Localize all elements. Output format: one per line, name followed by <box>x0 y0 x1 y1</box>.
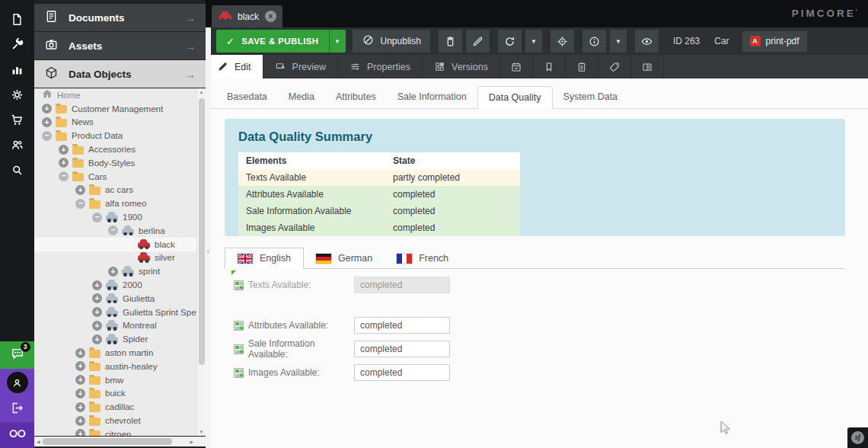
locate-in-tree-button[interactable] <box>550 30 574 53</box>
tree-item-customer-management[interactable]: Customer Management <box>34 102 206 116</box>
tree-item-home[interactable]: Home <box>34 88 206 102</box>
tree-item-accessories[interactable]: Accessories <box>34 142 206 156</box>
close-icon[interactable]: × <box>265 11 276 22</box>
collapse-icon[interactable] <box>59 171 69 181</box>
tree-item-citroen[interactable]: citroen <box>34 427 206 436</box>
schedule-button[interactable] <box>500 55 533 78</box>
collapse-icon[interactable] <box>75 199 85 209</box>
file-icon[interactable] <box>0 7 34 32</box>
tree-item-silver[interactable]: silver <box>34 251 206 265</box>
tab-media[interactable]: Media <box>278 86 325 108</box>
tree-item-1900[interactable]: 1900 <box>34 210 206 224</box>
tree-item-news[interactable]: News <box>34 116 206 130</box>
notes-button[interactable] <box>533 55 566 78</box>
unpublish-button[interactable]: Unpublish <box>353 30 430 53</box>
save-publish-button[interactable]: ✓ SAVE & PUBLISH <box>216 30 329 53</box>
expand-icon[interactable] <box>75 348 85 358</box>
expand-icon[interactable] <box>42 104 52 114</box>
expand-icon[interactable] <box>75 389 85 398</box>
expand-icon[interactable] <box>75 361 85 371</box>
images-available-input[interactable] <box>354 364 450 381</box>
expand-icon[interactable] <box>75 402 85 412</box>
scroll-up-icon[interactable]: ▲ <box>197 90 206 94</box>
tree-item-aston-martin[interactable]: aston martin <box>34 346 206 360</box>
tab-english[interactable]: English <box>225 248 304 269</box>
tab-preview[interactable]: Preview <box>263 55 338 78</box>
scrollbar-thumb[interactable] <box>199 98 205 365</box>
tree-item-black[interactable]: black <box>34 238 206 251</box>
tags-button[interactable] <box>598 55 631 78</box>
tree-item-cars[interactable]: Cars <box>34 170 206 184</box>
reload-button[interactable] <box>498 30 522 53</box>
tab-data-quality[interactable]: Data Quality <box>477 86 553 109</box>
tree-item-berlina[interactable]: berlina <box>34 224 206 238</box>
collapse-panel-icon[interactable]: ‹ <box>206 247 211 255</box>
tab-basedata[interactable]: Basedata <box>216 86 278 108</box>
layout-button[interactable] <box>631 55 664 78</box>
tree-item-alfa-romeo[interactable]: alfa romeo <box>34 197 206 210</box>
gear-icon[interactable] <box>0 82 34 107</box>
sale-information-available-input[interactable] <box>354 341 450 357</box>
tree-item-cadillac[interactable]: cadillac <box>34 400 206 414</box>
expand-icon[interactable] <box>92 321 102 331</box>
expand-icon[interactable] <box>75 375 85 385</box>
tree-item-giulietta[interactable]: Giulietta <box>34 292 206 306</box>
tree-item-buick[interactable]: buick <box>34 387 206 401</box>
rename-button[interactable] <box>466 30 490 53</box>
scroll-left-icon[interactable]: ◀ <box>37 439 40 444</box>
tree-vertical-scrollbar[interactable]: ▲ ▼ <box>196 88 206 436</box>
accordion-assets[interactable]: Assets → <box>34 32 206 59</box>
tree-item-gulietta-sprint-specia[interactable]: Gulietta Sprint Specia <box>34 306 206 319</box>
reports-button[interactable] <box>566 55 598 78</box>
tree-item-bmw[interactable]: bmw <box>34 373 206 387</box>
debug-toolbar-button[interactable]: sf <box>847 427 868 448</box>
scroll-down-icon[interactable]: ▼ <box>197 430 206 434</box>
collapse-icon[interactable] <box>92 213 102 222</box>
print-pdf-button[interactable]: A print-pdf <box>742 31 807 52</box>
tab-attributes[interactable]: Attributes <box>325 86 387 108</box>
tree-item-2000[interactable]: 2000 <box>34 278 206 292</box>
expand-icon[interactable] <box>92 307 102 317</box>
collapse-icon[interactable] <box>108 226 118 235</box>
expand-icon[interactable] <box>92 334 102 344</box>
texts-available-input[interactable] <box>354 277 450 293</box>
expand-icon[interactable] <box>75 429 85 436</box>
attributes-available-input[interactable] <box>354 317 450 334</box>
tab-properties[interactable]: Properties <box>338 55 423 78</box>
tab-french[interactable]: French <box>385 248 461 269</box>
panel-splitter[interactable]: ‹ <box>206 27 211 448</box>
tab-black[interactable]: black × <box>212 5 282 27</box>
accordion-data-objects[interactable]: Data Objects → <box>34 60 206 88</box>
users-icon[interactable] <box>0 133 34 158</box>
tree-item-chevrolet[interactable]: chevrolet <box>34 414 206 427</box>
tree-horizontal-scrollbar[interactable]: ◀ ▶ <box>34 437 206 446</box>
tab-system-data[interactable]: System Data <box>553 86 629 108</box>
search-icon[interactable] <box>0 158 34 183</box>
expand-icon[interactable] <box>92 293 102 303</box>
tree-item-spider[interactable]: Spider <box>34 332 206 346</box>
expand-icon[interactable] <box>59 158 69 168</box>
tree-item-product-data[interactable]: Product Data <box>34 129 206 142</box>
scroll-right-icon[interactable]: ▶ <box>190 439 193 444</box>
reload-options-dropdown[interactable]: ▼ <box>525 30 542 53</box>
save-options-dropdown[interactable]: ▼ <box>329 30 346 53</box>
expand-icon[interactable] <box>108 267 118 277</box>
tab-versions[interactable]: Versions <box>423 55 500 78</box>
info-options-dropdown[interactable]: ▼ <box>610 30 627 53</box>
accordion-documents[interactable]: Documents → <box>34 4 206 31</box>
expand-icon[interactable] <box>42 117 52 127</box>
shopping-cart-icon[interactable] <box>0 107 34 133</box>
delete-button[interactable] <box>439 30 462 53</box>
tab-german[interactable]: German <box>304 248 385 269</box>
expand-icon[interactable] <box>59 145 69 155</box>
wrench-icon[interactable] <box>0 32 34 57</box>
expand-icon[interactable] <box>75 185 85 195</box>
tree-item-austin-healey[interactable]: austin-healey <box>34 360 206 373</box>
expand-icon[interactable] <box>75 416 85 426</box>
tree-item-sprint[interactable]: sprint <box>34 264 206 278</box>
notifications-button[interactable]: 3 <box>0 341 34 369</box>
info-button[interactable] <box>582 30 606 53</box>
scrollbar-thumb[interactable] <box>43 438 172 445</box>
tree-item-ac-cars[interactable]: ac cars <box>34 184 206 197</box>
tab-sale-information[interactable]: Sale Information <box>387 86 477 108</box>
